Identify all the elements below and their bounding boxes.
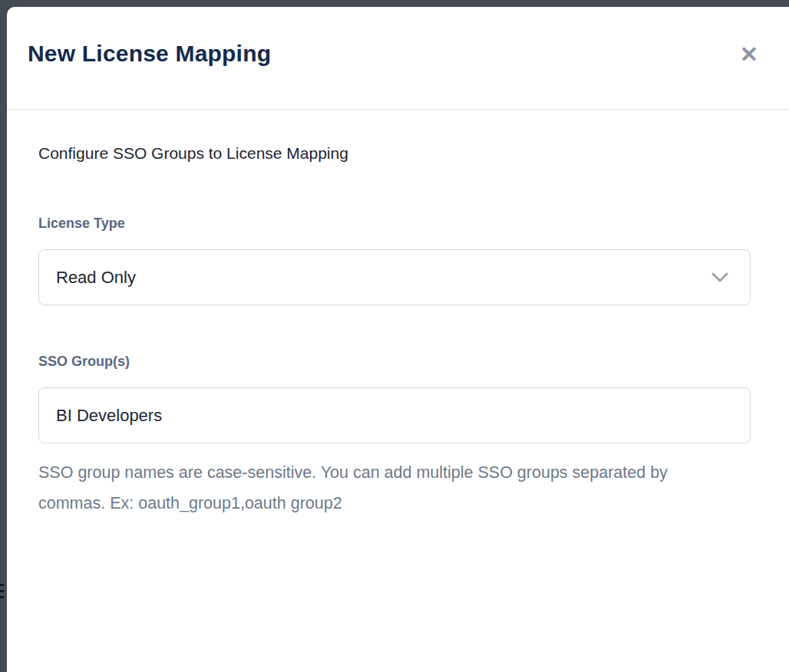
background-page-fragment bbox=[0, 584, 4, 601]
chevron-down-icon bbox=[711, 272, 728, 283]
modal-subtitle: Configure SSO Groups to License Mapping bbox=[38, 144, 348, 163]
modal-title: New License Mapping bbox=[28, 41, 271, 67]
license-type-select[interactable]: Read Only bbox=[38, 249, 751, 305]
modal-header: New License Mapping ✕ bbox=[7, 7, 789, 109]
sso-groups-input[interactable] bbox=[38, 387, 751, 443]
close-button[interactable]: ✕ bbox=[734, 39, 764, 70]
sso-groups-help-text: SSO group names are case-sensitive. You … bbox=[38, 457, 687, 519]
modal-body: Configure SSO Groups to License Mapping … bbox=[38, 110, 758, 672]
sso-groups-label: SSO Group(s) bbox=[38, 354, 130, 370]
license-type-selected-value: Read Only bbox=[56, 268, 136, 288]
close-icon: ✕ bbox=[740, 42, 758, 67]
new-license-mapping-modal: New License Mapping ✕ Configure SSO Grou… bbox=[7, 7, 789, 672]
license-type-label: License Type bbox=[38, 216, 125, 232]
